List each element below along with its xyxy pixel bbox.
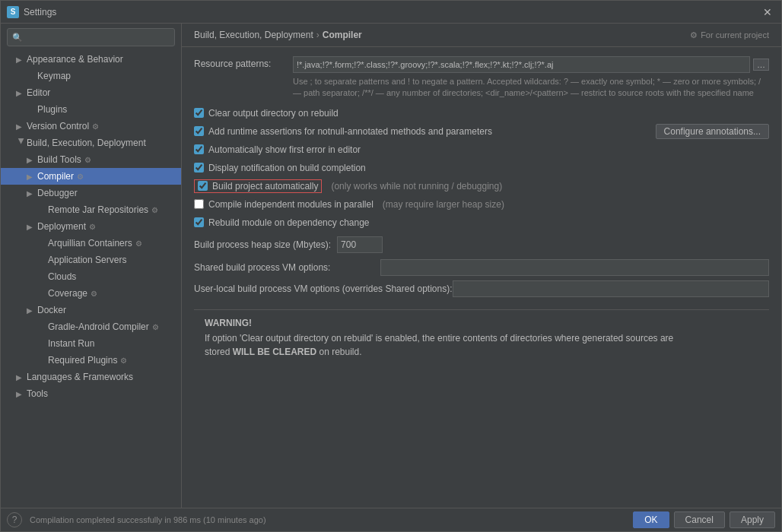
config-icon: ⚙ [91, 290, 97, 298]
sidebar-item-label: Instant Run [48, 338, 94, 349]
config-icon: ⚙ [92, 122, 99, 131]
build-auto-checkbox[interactable] [198, 181, 208, 191]
sidebar-item-gradle-android[interactable]: Gradle-Android Compiler ⚙ [1, 318, 181, 335]
compile-parallel-checkbox[interactable] [194, 199, 204, 209]
sidebar-item-app-servers[interactable]: Application Servers [1, 252, 181, 268]
main-content: Resource patterns: … Use ; to separate p… [182, 47, 781, 508]
sidebar-item-deployment[interactable]: ▶ Deployment ⚙ [1, 218, 181, 235]
sidebar: 🔍 ▶ Appearance & Behavior Keymap ▶ Edito… [1, 24, 182, 508]
help-button[interactable]: ? [7, 512, 22, 527]
resource-patterns-input[interactable] [293, 56, 750, 73]
sidebar-item-label: Build, Execution, Deployment [27, 138, 146, 148]
arrow-icon: ▶ [16, 122, 27, 131]
build-auto-label[interactable]: Build project automatically [212, 181, 318, 192]
sidebar-item-version-control[interactable]: ▶ Version Control ⚙ [1, 118, 181, 135]
bottom-bar: ? Compilation completed successfully in … [1, 508, 781, 531]
sidebar-item-docker[interactable]: ▶ Docker [1, 302, 181, 318]
ok-button[interactable]: OK [633, 511, 669, 528]
display-notification-row: Display notification on build completion [194, 160, 769, 176]
sidebar-item-label: Required Plugins [48, 355, 117, 366]
add-assertions-checkbox[interactable] [194, 126, 204, 136]
clear-output-row: Clear output directory on rebuild [194, 106, 769, 121]
sidebar-item-appearance[interactable]: ▶ Appearance & Behavior [1, 51, 181, 68]
sidebar-item-label: Clouds [48, 271, 76, 282]
arrow-icon: ▶ [27, 189, 37, 198]
sidebar-item-label: Build Tools [37, 154, 81, 165]
content-area: 🔍 ▶ Appearance & Behavior Keymap ▶ Edito… [1, 24, 781, 508]
sidebar-item-instant-run[interactable]: Instant Run [1, 335, 181, 352]
sidebar-item-label: Gradle-Android Compiler [48, 321, 149, 332]
sidebar-item-plugins[interactable]: Plugins [1, 101, 181, 118]
resource-patterns-label: Resource patterns: [194, 56, 293, 69]
sidebar-item-label: Remote Jar Repositories [48, 204, 148, 215]
sidebar-item-arquillian[interactable]: Arquillian Containers ⚙ [1, 235, 181, 252]
compile-parallel-row: Compile independent modules in parallel … [194, 197, 769, 212]
sidebar-item-label: Docker [37, 305, 66, 315]
sidebar-item-remote-jar[interactable]: Remote Jar Repositories ⚙ [1, 201, 181, 218]
search-input[interactable] [26, 32, 170, 43]
user-vm-label: User-local build process VM options (ove… [194, 283, 453, 294]
shared-vm-input[interactable] [380, 259, 769, 276]
sidebar-item-clouds[interactable]: Clouds [1, 268, 181, 285]
rebuild-module-checkbox[interactable] [194, 217, 204, 227]
user-vm-input[interactable] [453, 280, 770, 297]
breadcrumb: Build, Execution, Deployment › Compiler [194, 30, 362, 40]
display-notification-label[interactable]: Display notification on build completion [208, 163, 366, 173]
clear-output-checkbox[interactable] [194, 108, 204, 118]
config-icon: ⚙ [89, 223, 96, 231]
configure-annotations-button[interactable]: Configure annotations... [656, 124, 769, 139]
search-box: 🔍 [7, 28, 175, 46]
sidebar-item-label: Tools [27, 388, 48, 399]
shared-vm-label: Shared build process VM options: [194, 262, 380, 273]
sidebar-item-debugger[interactable]: ▶ Debugger [1, 185, 181, 201]
bottom-actions: OK Cancel Apply [633, 511, 775, 528]
sidebar-item-keymap[interactable]: Keymap [1, 68, 181, 84]
sidebar-item-label: Appearance & Behavior [27, 54, 123, 65]
sidebar-item-build-execution[interactable]: ▶ Build, Execution, Deployment [1, 135, 181, 151]
sidebar-item-build-tools[interactable]: ▶ Build Tools ⚙ [1, 151, 181, 168]
sidebar-item-label: Keymap [37, 71, 71, 81]
show-error-label[interactable]: Automatically show first error in editor [208, 144, 361, 155]
apply-button[interactable]: Apply [730, 511, 775, 528]
sidebar-item-required-plugins[interactable]: Required Plugins ⚙ [1, 352, 181, 369]
breadcrumb-current: Compiler [323, 30, 362, 40]
heap-size-label: Build process heap size (Mbytes): [194, 239, 331, 250]
for-current-project: ⚙ For current project [690, 30, 769, 40]
show-error-row: Automatically show first error in editor [194, 142, 769, 157]
build-auto-highlight: Build project automatically [194, 179, 322, 193]
sidebar-item-label: Plugins [37, 104, 67, 115]
sidebar-item-label: Debugger [37, 188, 78, 198]
rebuild-module-label[interactable]: Rebuild module on dependency change [208, 217, 370, 228]
add-assertions-label[interactable]: Add runtime assertions for notnull-annot… [208, 126, 492, 137]
breadcrumb-separator: › [316, 30, 319, 40]
clear-output-label[interactable]: Clear output directory on rebuild [208, 108, 339, 119]
config-icon: ⚙ [152, 323, 159, 331]
sidebar-item-tools[interactable]: ▶ Tools [1, 385, 181, 402]
resource-patterns-row: Resource patterns: … Use ; to separate p… [194, 56, 769, 100]
sidebar-item-languages[interactable]: ▶ Languages & Frameworks [1, 369, 181, 385]
resource-patterns-expand-btn[interactable]: … [753, 59, 769, 71]
warning-title: WARNING! [205, 318, 758, 328]
status-text: Compilation completed successfully in 98… [30, 515, 266, 524]
breadcrumb-path: Build, Execution, Deployment [194, 30, 313, 40]
cancel-button[interactable]: Cancel [674, 511, 725, 528]
sidebar-item-compiler[interactable]: ▶ Compiler ⚙ [1, 168, 181, 185]
arrow-icon: ▶ [27, 306, 37, 315]
app-icon: S [7, 6, 19, 18]
user-vm-row: User-local build process VM options (ove… [194, 280, 769, 297]
config-icon: ⚙ [84, 156, 91, 164]
build-auto-note: (only works while not running / debuggin… [331, 181, 502, 192]
compile-parallel-label[interactable]: Compile independent modules in parallel [208, 199, 374, 210]
sidebar-item-label: Editor [27, 87, 50, 98]
close-button[interactable]: ✕ [760, 5, 775, 20]
title-bar: S Settings ✕ [1, 1, 781, 24]
heap-size-input[interactable] [337, 236, 383, 253]
display-notification-checkbox[interactable] [194, 163, 204, 173]
show-error-checkbox[interactable] [194, 144, 204, 154]
sidebar-item-label: Deployment [37, 221, 86, 232]
sidebar-item-editor[interactable]: ▶ Editor [1, 84, 181, 101]
config-icon: ⚙ [151, 206, 158, 214]
build-auto-row: Build project automatically (only works … [194, 179, 769, 194]
sidebar-item-coverage[interactable]: Coverage ⚙ [1, 285, 181, 302]
heap-size-row: Build process heap size (Mbytes): [194, 236, 769, 253]
